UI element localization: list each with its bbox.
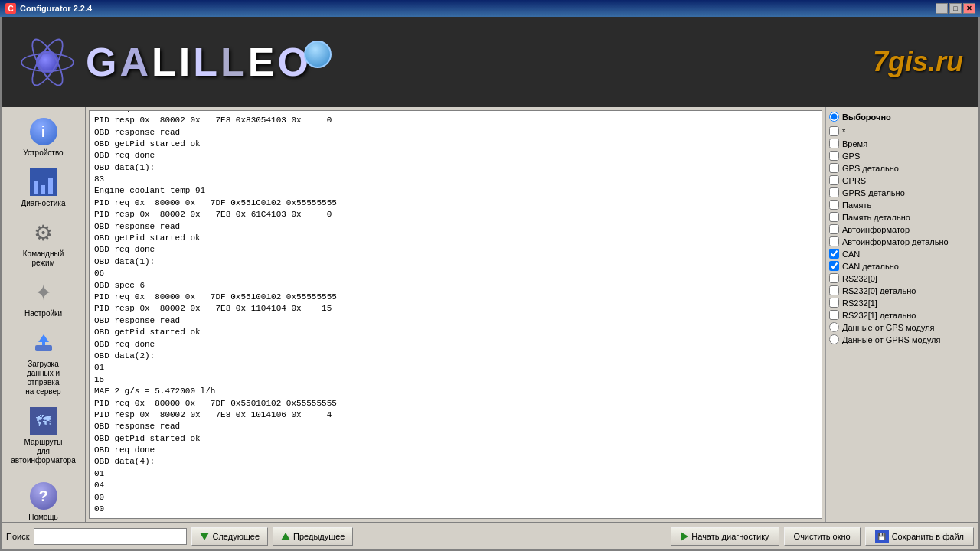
sidebar-upload-label: Загрузкаданных иотправкана сервер (25, 360, 60, 396)
rs232_0_detail-label: RS232[0] детально (842, 286, 916, 295)
sidebar-settings-label: Настройки (24, 309, 62, 318)
next-label: Следующее (212, 532, 260, 541)
panel-item-rs232_0[interactable]: RS232[0] (829, 273, 975, 283)
rs232_1-label: RS232[1] (842, 298, 877, 308)
next-button[interactable]: Следующее (191, 527, 268, 546)
maximize-button[interactable]: □ (949, 3, 962, 14)
save-icon: 💾 (875, 530, 889, 543)
sidebar-item-command[interactable]: ⚙ Командныйрежим (5, 214, 82, 271)
galileo-logo-text: GALILLEO (86, 39, 312, 85)
gprs-checkbox[interactable] (829, 175, 839, 185)
svg-text:C: C (8, 5, 13, 13)
help-circle-icon: ? (30, 482, 57, 510)
panel-item-gps_module[interactable]: Данные от GPS модуля (829, 322, 975, 332)
gps_module-radio[interactable] (829, 322, 839, 332)
selective-radio[interactable] (829, 112, 839, 122)
sidebar-item-help[interactable]: ? Помощь (5, 478, 82, 522)
panel-item-memory_detail[interactable]: Память детально (829, 212, 975, 222)
content-area: i Устройство Диагностика ⚙ Коман (2, 107, 978, 522)
panel-item-rs232_1_detail[interactable]: RS232[1] детально (829, 310, 975, 320)
panel-item-rs232_1[interactable]: RS232[1] (829, 298, 975, 308)
time-label: Время (842, 139, 867, 148)
panel-item-gprs_module[interactable]: Данные от GPRS модуля (829, 334, 975, 344)
sidebar-item-diagnostics[interactable]: Диагностика (5, 164, 82, 211)
panel-item-gps[interactable]: GPS (829, 151, 975, 161)
diagnostics-icon-container (28, 167, 59, 197)
autoinformer-checkbox[interactable] (829, 224, 839, 234)
help-icon-container: ? (28, 481, 59, 511)
autoinformer_detail-label: Автоинформатор детально (842, 237, 949, 246)
rs232_1-checkbox[interactable] (829, 298, 839, 308)
close-button[interactable]: ✕ (963, 3, 975, 14)
panel-item-all[interactable]: * (829, 126, 975, 136)
search-input[interactable] (34, 528, 187, 545)
device-icon: i (28, 116, 59, 147)
gprs_detail-checkbox[interactable] (829, 187, 839, 197)
title-bar: C Configurator 2.2.4 _ □ ✕ (0, 0, 980, 17)
rs232_0-checkbox[interactable] (829, 273, 839, 283)
memory-label: Память (842, 201, 871, 210)
memory-checkbox[interactable] (829, 200, 839, 210)
upload-icon (30, 329, 57, 357)
gprs_module-radio[interactable] (829, 334, 839, 344)
settings-gear-icon: ✦ (30, 279, 57, 306)
panel-item-time[interactable]: Время (829, 139, 975, 148)
prev-button[interactable]: Предыдущее (273, 527, 353, 546)
sidebar-item-upload[interactable]: Загрузкаданных иотправкана сервер (5, 324, 82, 399)
svg-rect-2 (35, 345, 52, 351)
info-circle-icon: i (30, 118, 57, 145)
map-icon: 🗺 (30, 407, 57, 435)
panel-item-gprs[interactable]: GPRS (829, 175, 975, 185)
panel-item-rs232_0_detail[interactable]: RS232[0] детально (829, 285, 975, 295)
log-content[interactable]: OBD response read OBD getPid started ok … (90, 111, 822, 518)
main-window: GALILLEO 7gis.ru i Устройство (0, 17, 980, 551)
panel-item-can_detail[interactable]: CAN детально (829, 261, 975, 271)
settings-icon-container: ✦ (28, 277, 59, 308)
sidebar-diagnostics-label: Диагностика (21, 199, 66, 208)
command-icon-container: ⚙ (28, 217, 59, 248)
panel-item-memory[interactable]: Память (829, 200, 975, 210)
rs232_0_detail-checkbox[interactable] (829, 285, 839, 295)
gprs_detail-label: GPRS детально (842, 188, 905, 197)
all-checkbox[interactable] (829, 126, 839, 136)
panel-item-autoinformer_detail[interactable]: Автоинформатор детально (829, 236, 975, 246)
app-icon: C (5, 2, 17, 15)
gps_detail-checkbox[interactable] (829, 163, 839, 173)
sidebar-item-settings[interactable]: ✦ Настройки (5, 274, 82, 321)
play-icon (681, 532, 688, 541)
can-checkbox[interactable] (829, 249, 839, 259)
sidebar-item-routes[interactable]: 🗺 Маршрутыдляавтоинформатора (5, 403, 82, 468)
memory_detail-checkbox[interactable] (829, 212, 839, 222)
globe-icon (304, 41, 332, 68)
panel-item-autoinformer[interactable]: Автоинформатор (829, 224, 975, 234)
header: GALILLEO 7gis.ru (2, 17, 978, 107)
start-diagnostics-button[interactable]: Начать диагностику (671, 527, 779, 546)
upload-icon-container (28, 328, 59, 358)
minimize-button[interactable]: _ (936, 3, 948, 14)
autoinformer_detail-checkbox[interactable] (829, 236, 839, 246)
search-label: Поиск (6, 532, 29, 541)
window-title: Configurator 2.2.4 (20, 4, 936, 13)
clear-window-button[interactable]: Очистить окно (784, 527, 861, 546)
rs232_0-label: RS232[0] (842, 274, 877, 283)
panel-item-can[interactable]: CAN (829, 249, 975, 259)
can-label: CAN (842, 249, 860, 259)
routes-icon-container: 🗺 (28, 406, 59, 436)
autoinformer-label: Автоинформатор (842, 225, 910, 234)
sidebar-routes-label: Маршрутыдляавтоинформатора (11, 438, 76, 465)
panel-item-gps_detail[interactable]: GPS детально (829, 163, 975, 173)
arrow-up-icon (281, 533, 290, 540)
gps-checkbox[interactable] (829, 151, 839, 161)
can_detail-checkbox[interactable] (829, 261, 839, 271)
rs232_1_detail-checkbox[interactable] (829, 310, 839, 320)
prev-label: Предыдущее (293, 532, 345, 541)
bottom-bar: Поиск Следующее Предыдущее Начать диагно… (2, 522, 978, 549)
save-to-file-button[interactable]: 💾 Сохранить в файл (865, 527, 974, 546)
gps-label: GPS (842, 152, 860, 161)
can_detail-label: CAN детально (842, 262, 899, 271)
time-checkbox[interactable] (829, 139, 839, 148)
right-panel-items: *ВремяGPSGPS детальноGPRSGPRS детальноПа… (829, 126, 975, 344)
sidebar-item-device[interactable]: i Устройство (5, 113, 82, 161)
right-panel: Выборочно *ВремяGPSGPS детальноGPRSGPRS … (825, 107, 978, 522)
panel-item-gprs_detail[interactable]: GPRS детально (829, 187, 975, 197)
